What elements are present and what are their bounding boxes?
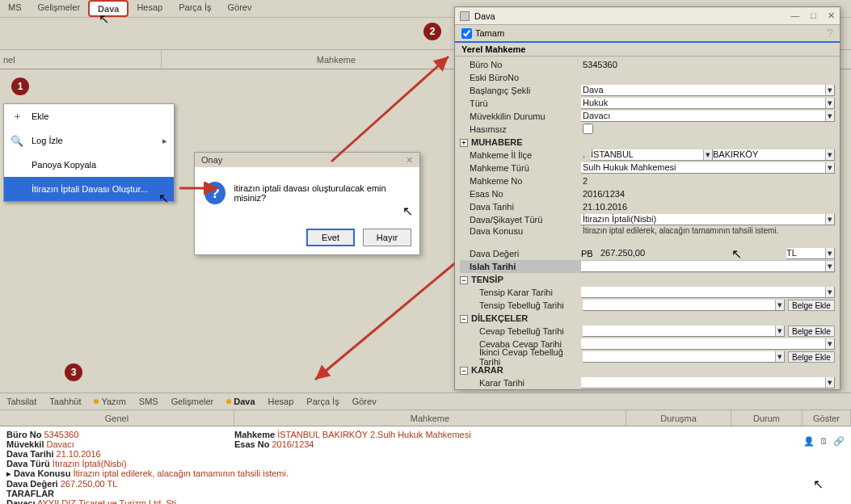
val-mahk-no[interactable]: 2	[581, 176, 835, 186]
lbl-konu: Dava Konusu	[460, 226, 581, 236]
btab-tahsilat[interactable]: Tahsilat	[0, 393, 43, 410]
lbl-eski-buro: Eski BüroNo	[460, 73, 581, 82]
btab-taahhut[interactable]: Taahhüt	[43, 393, 87, 410]
grp-tensip[interactable]: −TENSİP	[460, 275, 581, 284]
dd-tensip-teb[interactable]	[583, 300, 785, 311]
dd-muvekkil[interactable]: Davacı	[581, 111, 835, 122]
ctx-log-izle[interactable]: 🔍 Log İzle	[4, 128, 174, 153]
belge-ekle-button[interactable]: Belge Ekle	[788, 351, 835, 363]
btab-yazim[interactable]: Yazım	[87, 393, 132, 410]
btab-gelismeler[interactable]: Gelişmeler	[165, 393, 221, 410]
tamam-checkbox[interactable]	[461, 28, 472, 39]
tab-gelismeler[interactable]: Gelişmeler	[30, 0, 89, 17]
svg-line-1	[331, 57, 449, 162]
question-icon: ?	[204, 182, 225, 204]
callout-badge-3: 3	[65, 363, 82, 381]
collapse-icon[interactable]: −	[460, 367, 468, 375]
gh-mahkeme[interactable]: Mahkeme	[234, 410, 626, 426]
person-icon[interactable]: 👤	[803, 436, 815, 447]
dot-icon	[94, 399, 99, 404]
collapse-icon[interactable]: −	[460, 315, 468, 323]
ctx-ekle[interactable]: ＋ Ekle	[4, 104, 174, 128]
btab-sms[interactable]: SMS	[133, 393, 165, 410]
tab-gorev[interactable]: Görev	[220, 0, 260, 17]
dd-sikayet[interactable]: İtirazın İptali(Nisbi)	[581, 214, 835, 225]
btab-dava[interactable]: Dava	[220, 393, 261, 410]
lbl-buro-no: Büro No	[460, 60, 581, 69]
window-icon	[460, 11, 470, 21]
collapse-icon[interactable]: −	[460, 276, 468, 284]
hasimsiz-checkbox[interactable]	[583, 124, 593, 134]
val-deger[interactable]: 267.250,00	[600, 248, 786, 259]
dd-karar-t[interactable]	[581, 377, 835, 388]
ctx-panoya[interactable]: Panoya Kopyala	[4, 153, 174, 177]
link-icon[interactable]: 🔗	[833, 436, 845, 447]
callout-badge-2: 2	[423, 23, 441, 40]
yerel-mahkeme-heading: Yerel Mahkeme	[455, 41, 840, 57]
ctx-itirazin-iptali[interactable]: İtirazın İptali Davası Oluştur...	[4, 177, 174, 201]
tab-parca-is[interactable]: Parça İş	[171, 0, 219, 17]
lbl-muvekkil: Müvekkilin Durumu	[460, 111, 581, 121]
lbl-mahk-il: Mahkeme İl İlçe	[460, 150, 581, 160]
dd-currency[interactable]: TL	[786, 248, 835, 259]
gh-genel[interactable]: Genel	[0, 410, 234, 426]
svg-line-2	[315, 258, 461, 380]
dd-tensip-karar[interactable]	[581, 287, 835, 298]
yes-button[interactable]: Evet	[306, 229, 355, 246]
expand-icon[interactable]: +	[460, 139, 468, 147]
gh-durusma[interactable]: Duruşma	[626, 410, 731, 426]
gh-goster[interactable]: Göster	[803, 410, 851, 426]
minimize-icon[interactable]: —	[790, 10, 799, 21]
btab-gorev[interactable]: Görev	[346, 393, 383, 410]
dd-cevap-teb[interactable]	[583, 326, 785, 337]
tab-dava[interactable]: Dava	[88, 0, 128, 17]
help-icon[interactable]: ?	[827, 27, 833, 40]
dd-turu[interactable]: Hukuk	[581, 98, 835, 109]
dot-icon	[226, 399, 231, 404]
val-esas-no[interactable]: 2016/1234	[581, 189, 835, 199]
dd-baslangic[interactable]: Dava	[581, 85, 835, 96]
lbl-pb: PB	[581, 249, 599, 258]
confirm-dialog: Onay ✕ ? itirazın iptali davası oluşturu…	[194, 152, 420, 255]
dd-ilce[interactable]: BAKIRKÖY	[713, 149, 835, 161]
gh-durum[interactable]: Durum	[731, 410, 803, 426]
calendar-icon[interactable]: 🗓	[819, 436, 828, 447]
btab-hesap[interactable]: Hesap	[262, 393, 301, 410]
val-dava-tarihi[interactable]: 21.10.2016	[581, 202, 835, 212]
lbl-karar-t: Karar Tarihi	[460, 378, 581, 388]
col-nel: nel	[0, 50, 162, 69]
lbl-tensip-karar: Tensip Karar Tarihi	[460, 288, 581, 297]
btab-parca-is[interactable]: Parça İş	[300, 393, 345, 410]
ctx-itirazin-label: İtirazın İptali Davası Oluştur...	[32, 184, 148, 194]
dd-cevaba[interactable]	[581, 338, 835, 350]
confirm-title: Onay ✕	[195, 153, 419, 167]
lbl-deger: Dava Değeri	[460, 249, 581, 258]
ctx-panoya-label: Panoya Kopyala	[32, 160, 96, 170]
dd-il[interactable]: İSTANBUL	[591, 149, 713, 161]
grp-muhabere[interactable]: +MUHABERE	[460, 137, 581, 147]
no-button[interactable]: Hayır	[363, 229, 411, 246]
arrow-icon	[307, 250, 469, 388]
lbl-tensip-teb: Tensip Tebelluğ Tarihi	[460, 300, 581, 310]
dava-titlebar[interactable]: Dava — □ ✕	[455, 7, 840, 25]
maximize-icon[interactable]: □	[811, 10, 816, 21]
grp-karar[interactable]: −KARAR	[460, 365, 581, 375]
detail-pane: Büro No 5345360 Müvekkil Davacı Dava Tar…	[0, 426, 851, 504]
dd-mahk-turu[interactable]: Sulh Hukuk Mahkemesi	[581, 162, 835, 174]
belge-ekle-button[interactable]: Belge Ekle	[788, 326, 835, 337]
context-menu: ＋ Ekle 🔍 Log İzle Panoya Kopyala İtirazı…	[3, 103, 175, 202]
belge-ekle-button[interactable]: Belge Ekle	[788, 300, 835, 311]
lbl-ikinci: İkinci Cevap Tebelluğ Tarihi	[460, 347, 581, 367]
tab-ms[interactable]: MS	[0, 0, 30, 17]
confirm-message: itirazın iptali davası oluşturulacak emi…	[234, 183, 410, 203]
close-icon[interactable]: ✕	[828, 10, 835, 21]
val-konu[interactable]: İtirazın iptal edilerek, alacağın tamamı…	[581, 226, 835, 235]
grp-dilekce[interactable]: −DİLEKÇELER	[460, 313, 581, 323]
dd-islah[interactable]	[581, 261, 835, 272]
tab-hesap[interactable]: Hesap	[128, 0, 171, 17]
search-icon: 🔍	[11, 134, 23, 147]
close-icon[interactable]: ✕	[406, 155, 413, 166]
dava-window-title: Dava	[474, 11, 495, 21]
lbl-mahk-no: Mahkeme No	[460, 176, 581, 186]
dd-ikinci[interactable]	[583, 351, 785, 363]
